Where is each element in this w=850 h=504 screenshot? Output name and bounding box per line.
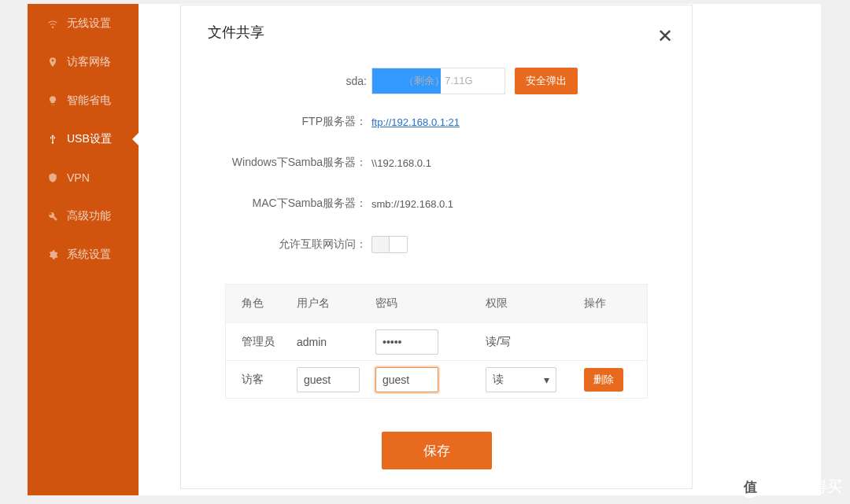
sidebar-item-vpn[interactable]: VPN: [28, 158, 139, 197]
sidebar-item-label: VPN: [67, 171, 90, 184]
wifi-icon: [46, 17, 59, 30]
guest-password-input[interactable]: [375, 367, 438, 392]
usb-icon: [46, 133, 59, 145]
sidebar-item-wireless[interactable]: 无线设置: [28, 4, 139, 42]
sidebar-item-label: 智能省电: [67, 94, 111, 108]
col-role: 角色: [226, 296, 297, 311]
sidebar-item-advanced[interactable]: 高级功能: [28, 197, 139, 235]
sidebar: 无线设置 访客网络 智能省电 USB设置 VPN: [28, 4, 139, 495]
location-icon: [46, 56, 59, 68]
smb-mac-value: smb://192.168.0.1: [371, 198, 453, 210]
cell-role: 访客: [226, 373, 297, 387]
cell-role: 管理员: [226, 335, 297, 349]
smb-win-label: Windows下Samba服务器：: [181, 156, 371, 170]
sidebar-item-guest[interactable]: 访客网络: [28, 42, 139, 81]
sidebar-item-label: 无线设置: [67, 17, 111, 31]
table-row: 访客 读 ▾ 删除: [226, 360, 647, 398]
sidebar-item-label: 系统设置: [67, 248, 111, 262]
cell-perm: 读/写: [486, 335, 584, 349]
smb-mac-label: MAC下Samba服务器：: [181, 197, 371, 211]
table-header: 角色 用户名 密码 权限 操作: [226, 285, 647, 322]
sidebar-item-power[interactable]: 智能省电: [28, 81, 139, 120]
sda-label: sda:: [181, 75, 371, 87]
modal-title: 文件共享: [181, 6, 692, 46]
sidebar-item-label: 访客网络: [67, 55, 111, 69]
close-icon[interactable]: ✕: [657, 25, 673, 47]
internet-label: 允许互联网访问：: [181, 237, 371, 252]
watermark: 值 什么值得买: [739, 476, 842, 498]
internet-toggle[interactable]: [371, 236, 408, 253]
ftp-link[interactable]: ftp://192.168.0.1:21: [371, 116, 460, 128]
eject-button[interactable]: 安全弹出: [515, 68, 578, 94]
vpn-icon: [46, 171, 59, 184]
col-user: 用户名: [297, 296, 375, 311]
admin-password-input[interactable]: [375, 329, 438, 355]
select-value: 读: [493, 373, 504, 387]
ftp-label: FTP服务器：: [181, 115, 371, 129]
storage-bar: （剩余）7.11G: [371, 68, 505, 94]
watermark-badge: 值: [739, 476, 761, 498]
chevron-down-icon: ▾: [544, 373, 549, 386]
sidebar-item-usb[interactable]: USB设置: [28, 120, 139, 158]
sidebar-item-label: USB设置: [67, 132, 112, 146]
col-action: 操作: [584, 296, 647, 311]
save-button[interactable]: 保存: [382, 432, 492, 469]
wrench-icon: [46, 210, 59, 223]
sidebar-item-system[interactable]: 系统设置: [28, 235, 139, 274]
delete-button[interactable]: 删除: [584, 368, 623, 392]
guest-username-input[interactable]: [297, 367, 360, 392]
toggle-knob: [372, 237, 390, 252]
watermark-text: 什么值得买: [767, 476, 842, 497]
guest-permission-select[interactable]: 读 ▾: [486, 367, 556, 392]
smb-win-value: \\192.168.0.1: [371, 157, 431, 169]
col-pass: 密码: [375, 296, 486, 311]
cell-user: admin: [297, 336, 375, 348]
file-share-modal: 文件共享 ✕ sda: （剩余）7.11G 安全弹出 FTP服务器： ftp:/…: [180, 5, 693, 489]
storage-remaining: （剩余）7.11G: [404, 74, 472, 88]
col-perm: 权限: [486, 296, 584, 311]
table-row: 管理员 admin 读/写: [226, 322, 647, 360]
user-table: 角色 用户名 密码 权限 操作 管理员 admin 读/写 访客 读 ▾ 删除: [225, 284, 648, 399]
sidebar-item-label: 高级功能: [67, 209, 111, 223]
bulb-icon: [46, 94, 59, 107]
gear-icon: [46, 248, 59, 261]
